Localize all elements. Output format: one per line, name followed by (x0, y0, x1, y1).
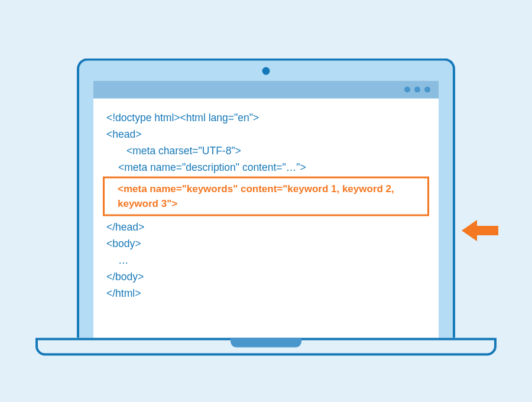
laptop-notch (231, 338, 301, 348)
code-line: <body> (106, 235, 426, 252)
code-line: <head> (106, 126, 426, 142)
window-titlebar (93, 81, 439, 99)
highlighted-code-box: <meta name="keywords" content="keyword 1… (103, 177, 429, 216)
svg-marker-0 (462, 220, 498, 241)
code-line: </body> (106, 268, 426, 285)
laptop-screen: <!doctype html><html lang="en"> <head> <… (77, 59, 455, 338)
browser-window: <!doctype html><html lang="en"> <head> <… (93, 81, 439, 338)
highlighted-code: <meta name="keywords" content="keyword 1… (118, 182, 421, 211)
code-display: <!doctype html><html lang="en"> <head> <… (93, 99, 439, 338)
code-line: <meta name="description" content="…"> (106, 159, 426, 176)
camera-icon (262, 67, 270, 75)
window-dot-icon (414, 87, 420, 93)
laptop-illustration: <!doctype html><html lang="en"> <head> <… (77, 59, 455, 356)
window-dot-icon (424, 87, 430, 93)
code-line: <!doctype html><html lang="en"> (106, 109, 426, 126)
code-line: </head> (106, 219, 426, 235)
arrow-left-icon (462, 218, 498, 246)
window-dot-icon (404, 87, 410, 93)
window-controls (404, 87, 430, 93)
code-line: </html> (106, 285, 426, 302)
code-line: <meta charset="UTF-8"> (106, 142, 426, 159)
code-line: … (106, 252, 426, 268)
laptop-base (35, 338, 497, 356)
